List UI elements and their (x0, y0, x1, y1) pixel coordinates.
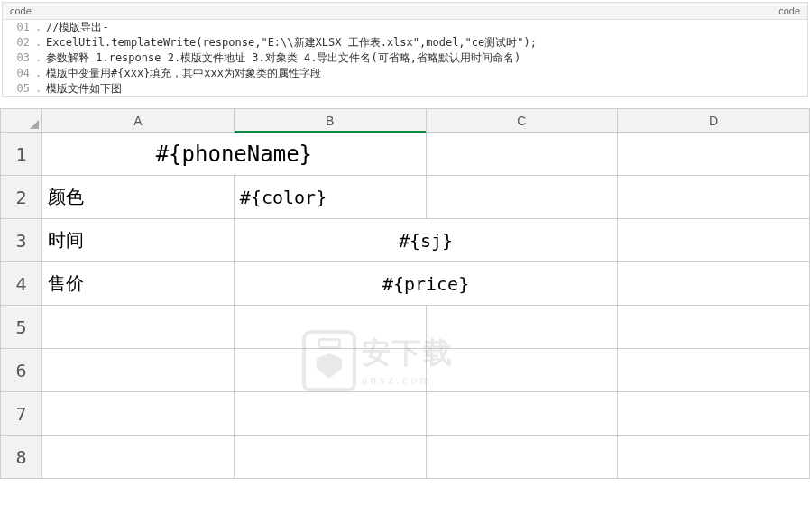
cell-D3[interactable] (618, 219, 810, 262)
table-row: 8 (1, 436, 810, 479)
cell-D1[interactable] (618, 133, 810, 176)
cell-value: 颜色 (42, 176, 234, 218)
cell-value: #{color} (235, 176, 426, 218)
cell-value: #{price} (235, 262, 617, 305)
table-row: 1 #{phoneName} (1, 133, 810, 176)
line-content: 模版中变量用#{xxx}填充，其中xxx为对象类的属性字段 (44, 66, 807, 81)
line-content: ExcelUtil.templateWrite(response,"E:\\新建… (44, 35, 807, 50)
row-header-4[interactable]: 4 (1, 262, 42, 306)
cell-C1[interactable] (426, 133, 618, 176)
row-header-6[interactable]: 6 (1, 349, 42, 392)
table-row: 5 (1, 306, 810, 349)
cell-C2[interactable] (426, 176, 618, 219)
column-header-D[interactable]: D (618, 109, 810, 133)
line-number: 05 (3, 81, 35, 96)
table-row: 7 (1, 392, 810, 436)
table-row: 3 时间 #{sj} (1, 219, 810, 262)
corner-triangle-icon (30, 120, 39, 129)
column-header-A[interactable]: A (42, 109, 235, 133)
code-header: code code (3, 3, 807, 20)
select-all-corner[interactable] (1, 109, 42, 133)
column-header-row: A B C D (1, 109, 810, 133)
cell-A1-B1-merged[interactable]: #{phoneName} (42, 133, 426, 176)
cell-B2[interactable]: #{color} (234, 176, 426, 219)
column-header-C[interactable]: C (426, 109, 618, 133)
row-header-1[interactable]: 1 (1, 133, 42, 176)
cell-D5[interactable] (618, 306, 810, 349)
cell-A7[interactable] (42, 392, 235, 436)
cell-B7[interactable] (234, 392, 426, 436)
code-line[interactable]: 01 . //模版导出- (3, 20, 807, 35)
cell-D6[interactable] (618, 349, 810, 392)
code-header-left: code (10, 5, 32, 16)
cell-B5[interactable] (234, 306, 426, 349)
code-line[interactable]: 03 . 参数解释 1.response 2.模版文件地址 3.对象类 4.导出… (3, 50, 807, 66)
cell-B6[interactable] (234, 349, 426, 392)
cell-value: 售价 (42, 262, 234, 305)
line-content: //模版导出- (44, 20, 807, 35)
cell-A4[interactable]: 售价 (42, 262, 235, 306)
line-number: 04 (3, 66, 35, 81)
line-content: 参数解释 1.response 2.模版文件地址 3.对象类 4.导出文件名(可… (44, 50, 807, 66)
code-line[interactable]: 02 . ExcelUtil.templateWrite(response,"E… (3, 35, 807, 50)
cell-A6[interactable] (42, 349, 235, 392)
cell-D7[interactable] (618, 392, 810, 436)
row-header-7[interactable]: 7 (1, 392, 42, 436)
code-line[interactable]: 04 . 模版中变量用#{xxx}填充，其中xxx为对象类的属性字段 (3, 66, 807, 81)
table-row: 4 售价 #{price} (1, 262, 810, 306)
cell-value: 时间 (42, 219, 234, 261)
row-header-5[interactable]: 5 (1, 306, 42, 349)
table-row: 6 (1, 349, 810, 392)
cell-value: #{phoneName} (42, 133, 425, 175)
cell-D2[interactable] (618, 176, 810, 219)
code-block: code code 01 . //模版导出- 02 . ExcelUtil.te… (2, 2, 808, 97)
table-row: 2 颜色 #{color} (1, 176, 810, 219)
cell-A2[interactable]: 颜色 (42, 176, 235, 219)
cell-B8[interactable] (234, 436, 426, 479)
column-header-B[interactable]: B (234, 109, 426, 133)
cell-A5[interactable] (42, 306, 235, 349)
code-line[interactable]: 05 . 模版文件如下图 (3, 81, 807, 96)
code-body: 01 . //模版导出- 02 . ExcelUtil.templateWrit… (3, 20, 807, 96)
cell-C8[interactable] (426, 436, 618, 479)
line-number: 02 (3, 35, 35, 50)
cell-C7[interactable] (426, 392, 618, 436)
line-number: 03 (3, 50, 35, 66)
line-number: 01 (3, 20, 35, 35)
row-header-2[interactable]: 2 (1, 176, 42, 219)
spreadsheet: A B C D 1 #{phoneName} 2 颜色 #{color} (0, 108, 810, 479)
row-header-3[interactable]: 3 (1, 219, 42, 262)
active-column-indicator (235, 131, 426, 133)
cell-D4[interactable] (618, 262, 810, 306)
cell-C5[interactable] (426, 306, 618, 349)
cell-D8[interactable] (618, 436, 810, 479)
code-header-right: code (778, 5, 800, 16)
line-content: 模版文件如下图 (44, 81, 807, 96)
cell-value: #{sj} (235, 219, 617, 261)
cell-C6[interactable] (426, 349, 618, 392)
row-header-8[interactable]: 8 (1, 436, 42, 479)
cell-A8[interactable] (42, 436, 235, 479)
cell-B3-C3-merged[interactable]: #{sj} (234, 219, 617, 262)
cell-B4-C4-merged[interactable]: #{price} (234, 262, 617, 306)
cell-A3[interactable]: 时间 (42, 219, 235, 262)
